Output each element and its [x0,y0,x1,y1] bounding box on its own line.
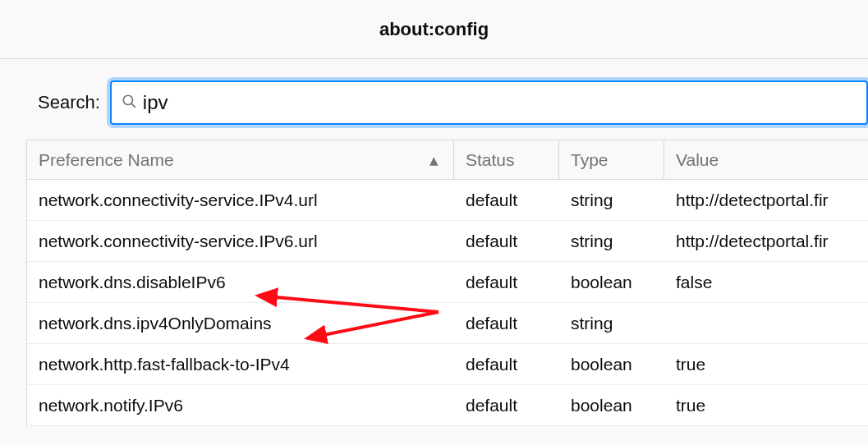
table-row[interactable]: network.notify.IPv6defaultbooleantrue [27,385,868,426]
window-title: about:config [379,19,489,40]
cell-pref-name: network.notify.IPv6 [27,396,454,415]
cell-status: default [454,314,559,333]
cell-type: string [559,314,664,333]
col-header-type[interactable]: Type [559,140,664,179]
search-row: Search: [0,59,868,140]
cell-value: false [664,273,868,292]
cell-value: true [664,396,868,415]
cell-value: http://detectportal.fir [664,190,868,210]
search-box[interactable] [110,80,868,125]
cell-status: default [454,232,559,251]
search-input[interactable] [143,82,866,123]
cell-status: default [454,190,559,210]
cell-status: default [454,396,559,415]
sort-asc-icon: ▴ [429,150,439,170]
prefs-table: Preference Name ▴ Status Type Value netw… [26,140,868,426]
window-titlebar: about:config [0,0,868,59]
table-row[interactable]: network.dns.ipv4OnlyDomainsdefaultstring [27,303,868,344]
cell-type: string [559,232,664,251]
table-body: network.connectivity-service.IPv4.urldef… [27,180,868,426]
cell-type: boolean [559,355,664,374]
table-row[interactable]: network.dns.disableIPv6defaultbooleanfal… [27,262,868,303]
cell-pref-name: network.http.fast-fallback-to-IPv4 [27,355,454,374]
search-label: Search: [38,92,100,113]
cell-type: boolean [559,396,664,415]
cell-pref-name: network.connectivity-service.IPv6.url [27,232,454,251]
cell-status: default [454,355,559,374]
cell-pref-name: network.connectivity-service.IPv4.url [27,190,454,210]
cell-pref-name: network.dns.disableIPv6 [27,273,454,292]
col-header-status[interactable]: Status [454,140,559,179]
col-header-name[interactable]: Preference Name ▴ [27,140,454,179]
table-row[interactable]: network.connectivity-service.IPv4.urldef… [27,180,868,221]
search-icon [122,94,136,112]
cell-status: default [454,273,559,292]
cell-type: string [559,190,664,210]
table-row[interactable]: network.connectivity-service.IPv6.urldef… [27,221,868,262]
cell-value: true [664,355,868,374]
cell-value: http://detectportal.fir [664,232,868,251]
table-row[interactable]: network.http.fast-fallback-to-IPv4defaul… [27,344,868,385]
col-header-value[interactable]: Value [664,140,868,179]
cell-type: boolean [559,273,664,292]
table-header-row: Preference Name ▴ Status Type Value [27,140,868,180]
svg-point-0 [123,95,132,104]
cell-pref-name: network.dns.ipv4OnlyDomains [27,314,454,333]
svg-line-1 [131,103,135,108]
